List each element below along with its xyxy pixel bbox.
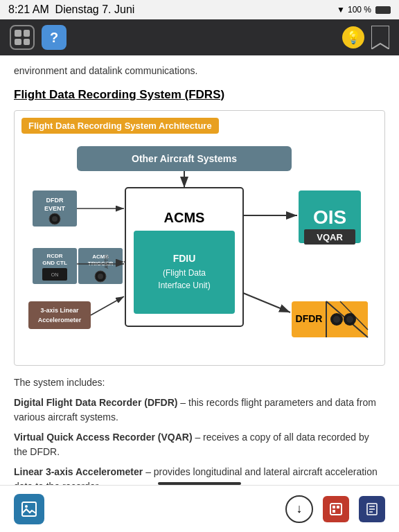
body-text-intro: The system includes: bbox=[14, 375, 385, 390]
svg-text:VQAR: VQAR bbox=[317, 232, 343, 242]
bottom-right-icons: ↓ bbox=[285, 495, 385, 523]
grid-menu-icon[interactable] bbox=[10, 25, 35, 50]
diagram-container: Flight Data Recording System Architectur… bbox=[14, 110, 385, 366]
notes-button[interactable] bbox=[359, 496, 385, 522]
image-button[interactable] bbox=[14, 494, 44, 524]
svg-text:EVENT: EVENT bbox=[44, 205, 66, 212]
nav-right: 💡 bbox=[342, 26, 389, 49]
other-aircraft-systems-label: Other Aircraft Systems bbox=[132, 153, 237, 164]
svg-rect-52 bbox=[330, 504, 342, 515]
svg-text:FDIU: FDIU bbox=[173, 253, 196, 264]
intro-text: environment and datalink communications. bbox=[14, 64, 385, 78]
fdrs-diagram: Other Aircraft Systems ACMS FDIU (Flight… bbox=[21, 141, 393, 355]
svg-text:ON: ON bbox=[51, 272, 59, 277]
body-text-vqar: Virtual Quick Access Recorder (VQAR) – r… bbox=[14, 430, 385, 459]
download-button[interactable]: ↓ bbox=[285, 495, 313, 523]
diagram-label: Flight Data Recording System Architectur… bbox=[21, 118, 219, 134]
status-right: ▼ 100 % bbox=[337, 5, 391, 15]
svg-text:3-axis Linear: 3-axis Linear bbox=[40, 307, 79, 314]
section-title: Flight Data Recording System (FDRS) bbox=[14, 88, 385, 102]
svg-point-13 bbox=[52, 216, 57, 222]
svg-text:GND CTL: GND CTL bbox=[42, 260, 67, 266]
battery-icon bbox=[375, 6, 391, 14]
svg-rect-55 bbox=[332, 510, 335, 513]
status-time: 8:21 AM Dienstag 7. Juni bbox=[8, 3, 134, 16]
svg-text:RCDR: RCDR bbox=[46, 253, 62, 259]
svg-text:ACMS: ACMS bbox=[164, 210, 205, 225]
svg-rect-54 bbox=[337, 506, 339, 508]
download-icon: ↓ bbox=[296, 502, 303, 516]
red-square-button[interactable] bbox=[323, 496, 349, 522]
svg-point-19 bbox=[98, 274, 103, 279]
svg-marker-0 bbox=[371, 26, 389, 49]
help-button[interactable]: ? bbox=[42, 25, 66, 50]
svg-line-31 bbox=[91, 296, 124, 315]
svg-point-51 bbox=[25, 505, 28, 508]
nav-bar: ? 💡 bbox=[0, 19, 399, 55]
svg-rect-53 bbox=[332, 506, 335, 508]
bookmark-button[interactable] bbox=[371, 26, 389, 49]
svg-text:DFDR: DFDR bbox=[296, 313, 323, 324]
status-bar: 8:21 AM Dienstag 7. Juni ▼ 100 % bbox=[0, 0, 399, 19]
svg-line-47 bbox=[243, 293, 290, 312]
body-text-dfdr: Digital Flight Data Recorder (DFDR) – th… bbox=[14, 396, 385, 425]
svg-text:AUTO: AUTO bbox=[104, 255, 109, 269]
svg-text:DFDR: DFDR bbox=[46, 197, 64, 204]
bulb-button[interactable]: 💡 bbox=[342, 26, 364, 48]
svg-text:Interface Unit): Interface Unit) bbox=[158, 281, 210, 290]
svg-text:(Flight Data: (Flight Data bbox=[163, 268, 206, 278]
svg-text:OIS: OIS bbox=[313, 206, 346, 228]
svg-point-46 bbox=[346, 316, 353, 323]
wifi-icon: ▼ bbox=[337, 5, 345, 15]
bottom-toolbar: ↓ bbox=[0, 485, 399, 532]
svg-rect-28 bbox=[28, 301, 91, 329]
svg-point-44 bbox=[333, 316, 340, 323]
nav-left: ? bbox=[10, 25, 66, 50]
svg-text:Accelerometer: Accelerometer bbox=[38, 317, 82, 323]
main-content: environment and datalink communications.… bbox=[0, 55, 399, 499]
svg-rect-50 bbox=[22, 502, 36, 516]
